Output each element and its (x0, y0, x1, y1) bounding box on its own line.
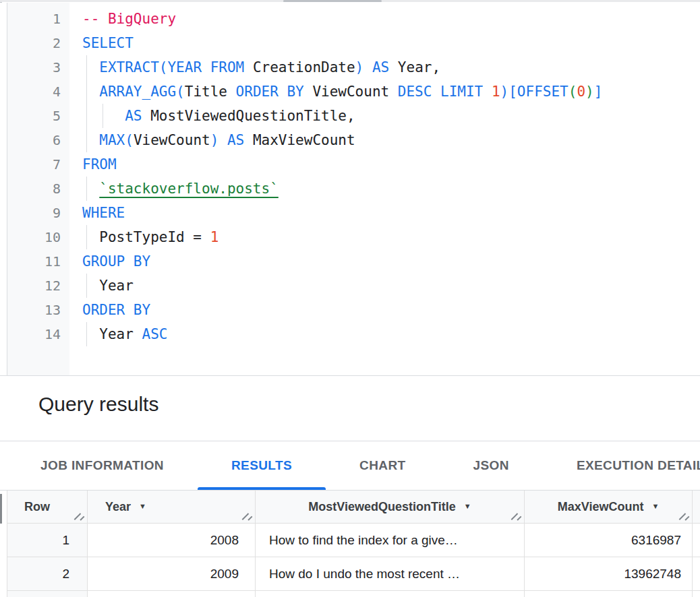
code-token-kw: )[OFFSET (500, 84, 568, 100)
code-text: EXTRACT(YEAR FROM CreationDate) AS Year, (82, 55, 440, 80)
code-token-kw: AS (363, 59, 398, 75)
line-number: 14 (0, 322, 61, 346)
tab-job-information[interactable]: JOB INFORMATION (7, 441, 198, 490)
code-token-id (82, 108, 125, 124)
table-cell-partial (693, 557, 700, 590)
code-token-kw: ) (355, 59, 364, 75)
column-header-label: Row (24, 500, 50, 514)
code-text: Year (82, 274, 134, 298)
code-line[interactable]: 13ORDER BY (0, 298, 700, 322)
code-line[interactable]: 11GROUP BY (0, 249, 700, 274)
code-line[interactable]: 3 EXTRACT(YEAR FROM CreationDate) AS Yea… (0, 55, 700, 80)
column-resize-grip-icon[interactable] (511, 512, 521, 521)
code-token-kw: AS (218, 132, 253, 148)
code-token-kw: ASC (142, 326, 168, 342)
table-vertical-scrollbar-thumb[interactable] (0, 494, 2, 524)
table-row-partial (7, 591, 700, 597)
code-text: `stackoverflow.posts` (82, 177, 279, 201)
code-line[interactable]: 12 Year (0, 274, 700, 298)
code-text: Year ASC (82, 322, 167, 346)
code-token-kw: WHERE (82, 205, 125, 221)
sql-editor[interactable]: 1-- BigQuery2SELECT3 EXTRACT(YEAR FROM C… (0, 3, 700, 375)
code-text: MAX(ViewCount) AS MaxViewCount (82, 128, 355, 152)
column-header-year[interactable]: Year▼ (88, 491, 256, 523)
code-token-num: 1 (492, 84, 500, 100)
line-number: 1 (0, 7, 61, 31)
column-resize-grip-icon[interactable] (242, 512, 252, 521)
sort-arrow-icon[interactable]: ▼ (139, 502, 146, 510)
code-line[interactable]: 8 `stackoverflow.posts` (0, 177, 700, 201)
code-line[interactable]: 7FROM (0, 152, 700, 177)
code-token-kw: AS (125, 108, 150, 124)
column-resize-grip-icon[interactable] (74, 512, 84, 521)
tab-execution-details[interactable]: EXECUTION DETAILS (543, 441, 700, 490)
table-cell: 2 (7, 557, 88, 590)
code-token-kw: ) (210, 132, 219, 148)
code-line[interactable]: 2SELECT (0, 31, 700, 55)
code-token-grn: ( (568, 84, 577, 100)
code-token-id (82, 181, 99, 197)
code-token-comment: -- BigQuery (82, 11, 176, 27)
code-token-id: MaxViewCount (253, 132, 355, 148)
table-cell (7, 591, 88, 597)
code-token-id (82, 59, 99, 75)
results-table: RowYear▼MostViewedQuestionTitle▼MaxViewC… (7, 491, 700, 597)
table-cell: 6316987 (525, 524, 693, 557)
code-token-id: ViewCount (134, 132, 210, 148)
line-number: 10 (0, 225, 61, 249)
code-token-grn: ) (585, 84, 594, 100)
code-token-kw: ] (594, 84, 603, 100)
code-line[interactable]: 14 Year ASC (0, 322, 700, 346)
code-text: GROUP BY (82, 249, 150, 274)
code-token-kw: ORDER BY (236, 84, 313, 100)
sort-arrow-icon[interactable]: ▼ (464, 502, 471, 510)
code-token-id: PostTypeId = (82, 229, 210, 245)
table-header-cell-partial (693, 491, 700, 523)
code-text: WHERE (82, 201, 125, 225)
code-line[interactable]: 4 ARRAY_AGG(Title ORDER BY ViewCount DES… (0, 80, 700, 104)
code-lines: 1-- BigQuery2SELECT3 EXTRACT(YEAR FROM C… (0, 7, 700, 346)
column-header-label: Year (105, 500, 131, 514)
code-token-id: CreationDate (253, 59, 355, 75)
code-line[interactable]: 10 PostTypeId = 1 (0, 225, 700, 249)
code-line[interactable]: 1-- BigQuery (0, 7, 700, 31)
column-header-row[interactable]: Row (7, 491, 88, 523)
code-token-num: 1 (210, 229, 219, 245)
column-header-maxviewcount[interactable]: MaxViewCount▼ (525, 491, 693, 523)
line-number: 8 (0, 177, 61, 201)
table-reference-link[interactable]: `stackoverflow.posts` (99, 181, 279, 197)
table-row: 12008How to find the index for a give…63… (7, 524, 700, 557)
code-token-kw: EXTRACT( (99, 59, 167, 75)
table-cell: How do I undo the most recent … (256, 557, 525, 590)
code-text: SELECT (82, 31, 134, 55)
code-token-id (82, 84, 99, 100)
tab-results[interactable]: RESULTS (198, 441, 326, 490)
code-text: ORDER BY (82, 298, 150, 322)
sort-arrow-icon[interactable]: ▼ (651, 502, 659, 510)
table-cell: How to find the index for a give… (256, 524, 525, 557)
horizontal-scrollbar-thumb[interactable] (283, 0, 382, 2)
table-cell-partial (693, 524, 700, 557)
code-text: PostTypeId = 1 (82, 225, 218, 249)
line-number: 2 (0, 31, 61, 55)
column-header-label: MostViewedQuestionTitle (308, 500, 455, 514)
code-token-kw: SELECT (82, 35, 134, 51)
line-number: 13 (0, 298, 61, 322)
column-header-mostviewedquestiontitle[interactable]: MostViewedQuestionTitle▼ (256, 491, 525, 523)
line-number: 3 (0, 55, 61, 80)
column-resize-grip-icon[interactable] (679, 512, 689, 521)
code-token-id: Title (185, 84, 236, 100)
table-row: 22009How do I undo the most recent …1396… (7, 557, 700, 591)
tab-json[interactable]: JSON (440, 441, 543, 490)
tab-chart[interactable]: CHART (326, 441, 440, 490)
code-text: AS MostViewedQuestionTitle, (82, 104, 355, 128)
code-token-kw: MAX( (99, 132, 134, 148)
code-line[interactable]: 6 MAX(ViewCount) AS MaxViewCount (0, 128, 700, 152)
table-cell (525, 591, 693, 597)
code-token-id (82, 132, 99, 148)
code-token-id: Year (82, 326, 142, 342)
code-line[interactable]: 5 AS MostViewedQuestionTitle, (0, 104, 700, 128)
code-line[interactable]: 9WHERE (0, 201, 700, 225)
code-token-num: 0 (577, 84, 585, 100)
code-token-kw: ORDER BY (82, 302, 150, 318)
